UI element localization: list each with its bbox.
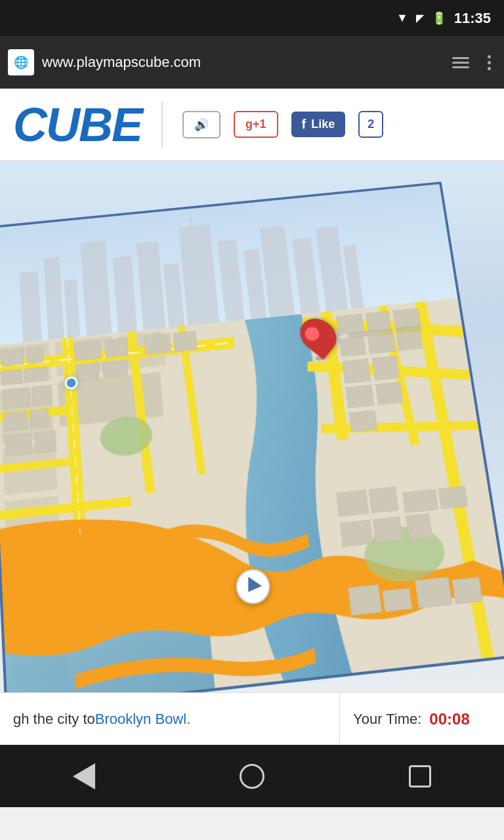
nav-prefix: gh the city to: [13, 711, 95, 728]
more-options-icon[interactable]: [482, 50, 496, 75]
sound-icon: 🔊: [194, 117, 209, 132]
svg-rect-47: [3, 387, 30, 409]
home-icon: [240, 764, 264, 789]
map-roads: [0, 184, 504, 692]
wifi-icon: ▼: [396, 11, 408, 25]
svg-rect-67: [346, 385, 374, 408]
svg-rect-76: [406, 514, 432, 540]
svg-rect-53: [74, 341, 101, 360]
favicon: 🌐: [8, 49, 34, 75]
facebook-like-button[interactable]: f Like: [291, 112, 346, 137]
svg-rect-45: [2, 369, 22, 385]
svg-rect-78: [383, 588, 412, 612]
header-separator: [161, 102, 163, 148]
svg-rect-79: [415, 577, 452, 608]
svg-rect-80: [452, 577, 482, 604]
map-cube: [0, 161, 504, 692]
svg-rect-57: [144, 333, 171, 354]
svg-rect-58: [173, 331, 197, 352]
nav-arrow-icon: [242, 577, 262, 597]
battery-icon: 🔋: [432, 11, 446, 26]
svg-rect-70: [336, 490, 369, 516]
url-bar[interactable]: www.playmapscube.com: [42, 54, 439, 71]
svg-rect-69: [349, 410, 377, 432]
timer-section: Your Time: 00:08: [340, 710, 504, 728]
facebook-icon: f: [302, 117, 306, 132]
menu-icon[interactable]: [447, 52, 474, 74]
svg-rect-77: [348, 585, 381, 616]
timer-label: Your Time:: [353, 711, 421, 728]
svg-rect-56: [102, 360, 128, 378]
svg-rect-66: [372, 356, 399, 380]
svg-rect-68: [376, 382, 403, 405]
svg-rect-71: [369, 487, 398, 513]
svg-rect-62: [339, 337, 366, 356]
timer-value: 00:08: [429, 710, 469, 728]
gplus-label: g+1: [245, 117, 266, 131]
map-container[interactable]: [0, 161, 504, 692]
svg-rect-49: [4, 411, 28, 431]
bottom-nav: [0, 745, 504, 807]
info-bar: gh the city to Brooklyn Bowl. Your Time:…: [0, 692, 504, 745]
browser-bar: 🌐 www.playmapscube.com: [0, 36, 504, 89]
svg-rect-74: [340, 520, 373, 547]
svg-rect-52: [34, 430, 56, 453]
svg-rect-51: [5, 433, 32, 457]
svg-rect-48: [32, 385, 52, 406]
navigation-text: gh the city to Brooklyn Bowl.: [0, 693, 340, 745]
svg-rect-43: [1, 348, 24, 366]
recents-icon: [409, 765, 431, 788]
status-bar: ▼ ◤ 🔋 11:35: [0, 0, 504, 36]
svg-rect-72: [402, 490, 438, 513]
cube-logo: CUBE: [13, 101, 142, 148]
recents-button[interactable]: [400, 757, 440, 796]
back-button[interactable]: [64, 757, 104, 796]
nav-link[interactable]: Brooklyn Bowl.: [95, 711, 191, 728]
like-label: Like: [311, 117, 335, 131]
svg-rect-63: [368, 334, 396, 354]
svg-rect-73: [438, 486, 467, 509]
svg-rect-65: [343, 359, 371, 383]
svg-rect-55: [75, 363, 99, 381]
time-display: 11:35: [454, 10, 491, 27]
signal-icon: ◤: [416, 12, 424, 24]
like-count[interactable]: 2: [358, 111, 383, 138]
svg-rect-64: [396, 331, 423, 350]
svg-rect-54: [105, 338, 129, 358]
svg-rect-46: [24, 367, 47, 383]
app-header: CUBE 🔊 g+1 f Like 2: [0, 89, 504, 161]
location-pin: [300, 316, 337, 362]
svg-rect-75: [373, 516, 402, 543]
gplus-button[interactable]: g+1: [234, 111, 278, 138]
sound-button[interactable]: 🔊: [182, 111, 220, 138]
home-button[interactable]: [232, 757, 272, 796]
back-icon: [73, 763, 95, 789]
map-surface: [0, 182, 504, 692]
svg-rect-50: [30, 409, 49, 429]
svg-rect-44: [26, 346, 43, 364]
